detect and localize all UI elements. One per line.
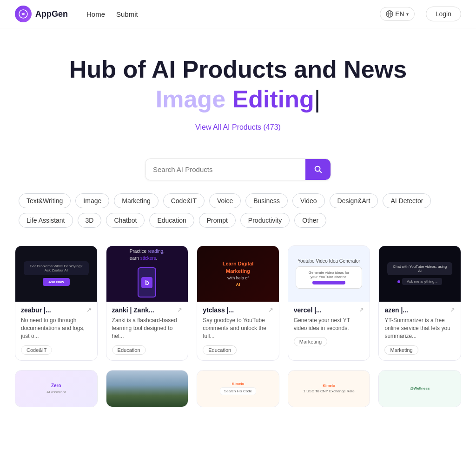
- card-tag[interactable]: Marketing: [294, 337, 327, 346]
- category-chip-image[interactable]: Image: [75, 193, 109, 208]
- category-chip-business[interactable]: Business: [245, 193, 288, 208]
- search-button[interactable]: [305, 159, 331, 180]
- hero-section: Hub of AI Products and News Image Editin…: [0, 28, 476, 145]
- product-card-ytclass[interactable]: Learn Digital Marketing with help of AI …: [197, 245, 279, 361]
- card-thumbnail: Got Problems While Deploying? Ask Zeabur…: [15, 246, 97, 302]
- search-bar: [145, 159, 331, 180]
- products-grid: Got Problems While Deploying? Ask Zeabur…: [0, 232, 476, 370]
- category-chip-text-writing[interactable]: Text&Writing: [19, 193, 71, 208]
- category-chip-education[interactable]: Education: [149, 213, 194, 228]
- category-chip-prompt[interactable]: Prompt: [199, 213, 236, 228]
- category-chip-ai-detector[interactable]: AI Detector: [383, 193, 431, 208]
- category-chip-design-art[interactable]: Design&Art: [330, 193, 378, 208]
- card-name: azen |...: [384, 306, 408, 314]
- cursor: |: [314, 86, 321, 112]
- external-link-icon[interactable]: ↗: [359, 306, 364, 313]
- category-chip-video[interactable]: Video: [292, 193, 325, 208]
- hero-title-main: Hub of AI Products and News: [15, 56, 461, 83]
- card-name: vercel |...: [294, 306, 322, 314]
- category-chip-3d[interactable]: 3D: [78, 213, 102, 228]
- card-thumbnail: Youtube Video Idea Generator Generate vi…: [288, 246, 370, 302]
- card-body: vercel |... ↗ Generate your next YT vide…: [288, 302, 370, 352]
- card-body: zeabur |... ↗ No need to go through docu…: [15, 302, 97, 360]
- card-tag[interactable]: Education: [112, 345, 146, 355]
- chevron-down-icon: ▾: [406, 12, 409, 17]
- logo-text: AppGen: [35, 9, 68, 19]
- bottom-card-card3[interactable]: Kimelo Search HS Code: [197, 370, 279, 407]
- card-name: ytclass |...: [203, 306, 234, 314]
- category-chip-voice[interactable]: Voice: [209, 193, 241, 208]
- category-chip-marketing[interactable]: Marketing: [114, 193, 158, 208]
- card-description: No need to go through documentations and…: [21, 317, 92, 341]
- card-body: azen |... ↗ YT-Summarizer is a free onli…: [379, 302, 461, 360]
- external-link-icon[interactable]: ↗: [268, 306, 273, 313]
- external-link-icon[interactable]: ↗: [86, 306, 92, 313]
- navbar: AppGen Home Submit EN ▾ Login: [0, 0, 476, 28]
- card-description: YT-Summarizer is a free online service t…: [384, 317, 455, 341]
- external-link-icon[interactable]: ↗: [450, 306, 455, 313]
- bottom-card-card5[interactable]: @Wellness: [378, 370, 461, 407]
- animated-word1: Image: [156, 86, 225, 112]
- product-card-zanki[interactable]: Practice reading,earn stickers. b zanki …: [106, 245, 189, 361]
- globe-icon: [386, 10, 393, 18]
- language-selector[interactable]: EN ▾: [380, 7, 414, 21]
- card-tag[interactable]: Marketing: [384, 345, 418, 355]
- card-description: Generate your next YT video idea in seco…: [294, 317, 364, 333]
- card-body: zanki | Zank... ↗ Zanki is a flashcard-b…: [106, 302, 188, 360]
- card-description: Say goodbye to YouTube comments and unlo…: [203, 317, 273, 341]
- language-label: EN: [395, 10, 404, 18]
- product-card-azen[interactable]: Chat with YouTube videos, using AI Ask m…: [378, 245, 461, 361]
- card-description: Zanki is a flashcard-based learning tool…: [112, 317, 183, 341]
- card-body: ytclass |... ↗ Say goodbye to YouTube co…: [197, 302, 279, 360]
- external-link-icon[interactable]: ↗: [177, 306, 182, 313]
- nav-submit[interactable]: Submit: [116, 10, 138, 18]
- category-chip-code-it[interactable]: Code&IT: [163, 193, 205, 208]
- bottom-row: Zero AI assistant Kimelo Search HS Code …: [0, 370, 476, 416]
- card-tag[interactable]: Code&IT: [21, 345, 52, 355]
- card-thumbnail: Chat with YouTube videos, using AI Ask m…: [379, 246, 461, 302]
- card-thumbnail: Practice reading,earn stickers. b: [106, 246, 188, 302]
- search-input[interactable]: [145, 159, 305, 180]
- logo-icon: [15, 6, 32, 22]
- bottom-card-card2[interactable]: [106, 370, 189, 407]
- category-chip-life-assistant[interactable]: Life Assistant: [19, 213, 73, 228]
- bottom-card-zero[interactable]: Zero AI assistant: [15, 370, 98, 407]
- hero-animated-title: Image Editing|: [15, 85, 461, 113]
- card-name: zanki | Zank...: [112, 306, 154, 314]
- category-chip-other[interactable]: Other: [294, 213, 326, 228]
- search-section: [15, 159, 461, 180]
- logo[interactable]: AppGen: [15, 6, 68, 22]
- animated-word2: Editing: [232, 86, 314, 112]
- bottom-card-card4[interactable]: Kimelo 1 USD To CNY Exchange Rate: [288, 370, 370, 407]
- category-chip-productivity[interactable]: Productivity: [240, 213, 290, 228]
- category-chips: Text&WritingImageMarketingCode&ITVoiceBu…: [0, 180, 476, 232]
- product-card-zeabur[interactable]: Got Problems While Deploying? Ask Zeabur…: [15, 245, 98, 361]
- svg-line-5: [319, 171, 321, 172]
- card-name: zeabur |...: [21, 306, 51, 314]
- card-tag[interactable]: Education: [203, 345, 237, 355]
- category-chip-chatbot[interactable]: Chatbot: [106, 213, 145, 228]
- card-thumbnail: Learn Digital Marketing with help of AI: [197, 246, 279, 302]
- nav-home[interactable]: Home: [86, 10, 105, 18]
- login-button[interactable]: Login: [426, 7, 461, 21]
- product-card-vercel[interactable]: Youtube Video Idea Generator Generate vi…: [288, 245, 370, 361]
- view-all-link[interactable]: View All AI Products (473): [195, 123, 281, 132]
- search-icon: [314, 165, 322, 173]
